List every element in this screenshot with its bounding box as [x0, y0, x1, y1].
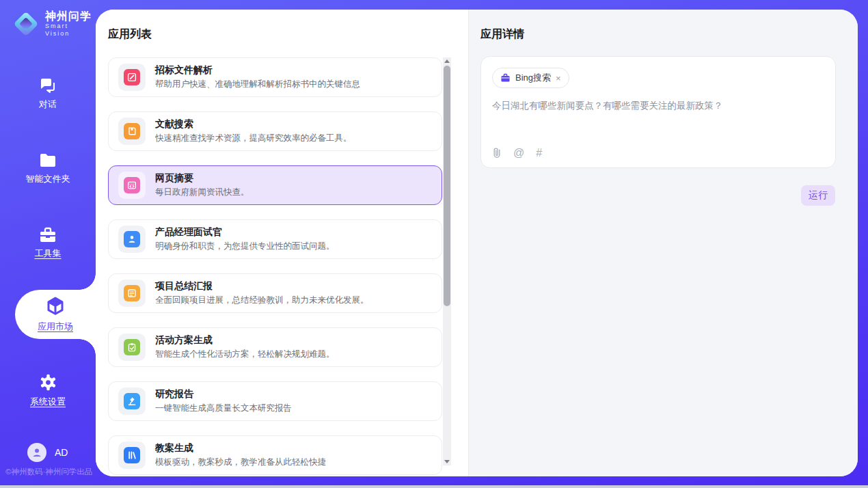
run-button[interactable]: 运行: [801, 185, 835, 206]
document-edit-icon: [124, 69, 140, 85]
app-input-card[interactable]: Bing搜索 × 今日湖北有哪些新闻要点？有哪些需要关注的最新政策？ @ #: [480, 56, 836, 168]
app-desc: 智能生成个性化活动方案，轻松解决规划难题。: [155, 349, 335, 360]
paperclip-icon[interactable]: [492, 147, 502, 159]
app-name: 招标文件解析: [155, 64, 360, 77]
app-name: 文献搜索: [155, 118, 352, 131]
scroll-down-arrow-icon[interactable]: [444, 460, 450, 463]
toolbox-icon: [38, 226, 57, 243]
app-desc: 全面回顾项目进展，总结经验教训，助力未来优化发展。: [155, 295, 369, 306]
mention-at-icon[interactable]: @: [513, 148, 524, 159]
briefcase-icon: [500, 73, 511, 83]
app-card-bid-document-parsing[interactable]: 招标文件解析 帮助用户快速、准确地理解和解析招标书中的关键信息: [108, 57, 442, 97]
books-icon: [124, 447, 140, 463]
folder-icon: [38, 152, 57, 169]
app-card-webpage-summary[interactable]: 网页摘要 每日政府新闻资讯快查。: [108, 165, 442, 205]
app-name: 研究报告: [155, 388, 292, 401]
copyright-footer: ©神州数码·神州问学出品: [5, 467, 92, 477]
sidebar-item-label: 系统设置: [30, 396, 66, 408]
query-input[interactable]: 今日湖北有哪些新闻要点？有哪些需要关注的最新政策？: [492, 99, 824, 113]
avatar: [27, 443, 46, 462]
app-name: 教案生成: [155, 442, 326, 455]
app-name: 网页摘要: [155, 172, 249, 185]
app-desc: 模板驱动，教案秒成，教学准备从此轻松快捷: [155, 457, 326, 468]
sidebar-item-label: 智能文件夹: [26, 173, 70, 185]
app-card-research-report[interactable]: 研究报告 一键智能生成高质量长文本研究报告: [108, 381, 442, 421]
brand-diamond-icon: [14, 12, 38, 36]
chat-icon: [38, 77, 57, 94]
app-card-literature-search[interactable]: 文献搜索 快速精准查找学术资源，提高研究效率的必备工具。: [108, 111, 442, 151]
sidebar-item-toolset[interactable]: 工具集: [0, 221, 96, 264]
app-card-event-plan[interactable]: 活动方案生成 智能生成个性化活动方案，轻松解决规划难题。: [108, 327, 442, 367]
user-account[interactable]: AD: [27, 443, 68, 462]
brand-logo: 神州问学 Smart Vision: [14, 10, 96, 38]
microscope-icon: [124, 393, 140, 409]
gear-icon: [39, 373, 57, 392]
scrollbar-thumb[interactable]: [444, 66, 450, 306]
app-detail-title: 应用详情: [480, 27, 524, 42]
memo-icon: [124, 285, 140, 301]
sidebar-item-chat[interactable]: 对话: [0, 72, 96, 115]
app-list-scrollbar[interactable]: [443, 57, 451, 465]
app-card-project-summary[interactable]: 项目总结汇报 全面回顾项目进展，总结经验教训，助力未来优化发展。: [108, 273, 442, 313]
sidebar-item-settings[interactable]: 系统设置: [0, 369, 96, 411]
brand-name: 神州问学: [45, 10, 96, 23]
sidebar-item-label: 工具集: [35, 247, 62, 260]
scroll-up-arrow-icon[interactable]: [444, 59, 450, 63]
app-desc: 明确身份和职责，为您提供专业性的面试问题。: [155, 241, 335, 252]
app-card-lesson-plan[interactable]: 教案生成 模板驱动，教案秒成，教学准备从此轻松快捷: [108, 435, 442, 475]
sidebar-item-smart-folder[interactable]: 智能文件夹: [0, 148, 96, 190]
user-name: AD: [55, 447, 68, 458]
sidebar: 神州问学 Smart Vision 对话 智能文件夹 工具集 应用市场 系统设置: [0, 0, 96, 488]
app-list-panel: 应用列表 招标文件解析 帮助用户快速、准确地理解和解析招标书中的关键信息 文献搜…: [96, 10, 468, 476]
app-name: 项目总结汇报: [155, 280, 369, 293]
webpage-code-icon: [124, 177, 140, 193]
app-name: 产品经理面试官: [155, 226, 335, 239]
app-detail-panel: 应用详情 Bing搜索 × 今日湖北有哪些新闻要点？有哪些需要关注的最新政策？ …: [468, 10, 858, 476]
app-desc: 帮助用户快速、准确地理解和解析招标书中的关键信息: [155, 79, 360, 90]
brand-subtitle: Smart Vision: [45, 23, 96, 38]
sidebar-item-label: 应用市场: [38, 321, 73, 333]
app-list: 招标文件解析 帮助用户快速、准确地理解和解析招标书中的关键信息 文献搜索 快速精…: [108, 57, 442, 475]
app-desc: 每日政府新闻资讯快查。: [155, 187, 249, 198]
app-name: 活动方案生成: [155, 334, 335, 347]
bottom-edge-strip: [0, 485, 868, 488]
main-content: 应用列表 招标文件解析 帮助用户快速、准确地理解和解析招标书中的关键信息 文献搜…: [96, 10, 858, 476]
book-icon: [124, 123, 140, 139]
sidebar-item-label: 对话: [39, 98, 57, 111]
interviewer-icon: [124, 231, 140, 247]
app-desc: 快速精准查找学术资源，提高研究效率的必备工具。: [155, 133, 352, 144]
tool-tag-close-icon[interactable]: ×: [556, 73, 561, 83]
app-list-title: 应用列表: [108, 27, 152, 42]
app-card-pm-interviewer[interactable]: 产品经理面试官 明确身份和职责，为您提供专业性的面试问题。: [108, 219, 442, 259]
hash-icon[interactable]: #: [536, 148, 542, 159]
app-desc: 一键智能生成高质量长文本研究报告: [155, 403, 292, 414]
attachment-toolbar: @ #: [492, 147, 542, 159]
tool-tag-bing-search[interactable]: Bing搜索 ×: [492, 68, 569, 88]
clipboard-check-icon: [124, 339, 140, 355]
sidebar-item-app-market[interactable]: 应用市场: [15, 293, 96, 336]
tool-tag-label: Bing搜索: [515, 72, 551, 84]
cube-icon: [45, 296, 66, 316]
